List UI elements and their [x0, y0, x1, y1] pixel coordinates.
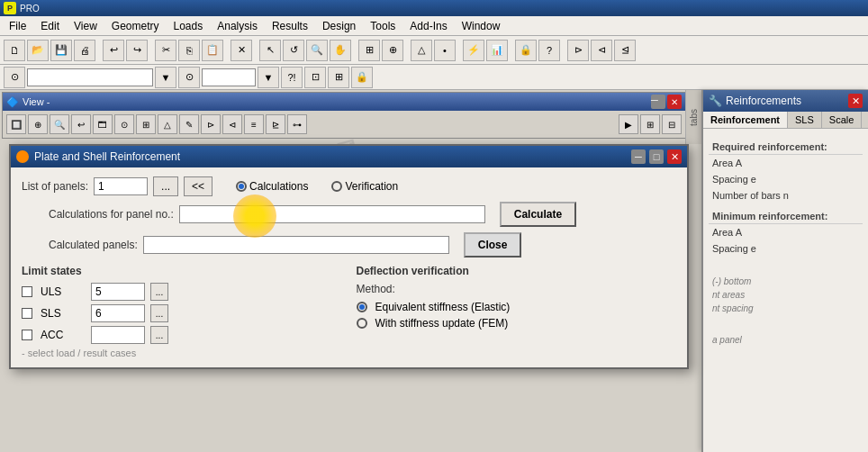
- vc-btn3[interactable]: 🔍: [50, 114, 69, 134]
- menu-window[interactable]: Window: [455, 18, 508, 34]
- menu-geometry[interactable]: Geometry: [104, 18, 167, 34]
- tb-open[interactable]: 📂: [27, 40, 49, 61]
- tb2-icon2[interactable]: ⊙: [178, 67, 200, 88]
- tb-lock[interactable]: 🔒: [515, 40, 537, 61]
- calculate-btn[interactable]: Calculate: [500, 202, 576, 227]
- view-minimize-btn[interactable]: ─: [651, 95, 665, 109]
- uls-input[interactable]: [91, 283, 145, 301]
- vc-btn4[interactable]: ↩: [71, 114, 91, 134]
- vc-btn5[interactable]: 🗔: [93, 114, 113, 134]
- tb-extra1[interactable]: ⊳: [567, 40, 589, 61]
- tb2-icon[interactable]: ⊙: [4, 67, 25, 88]
- acc-dots-btn[interactable]: ...: [150, 326, 168, 344]
- acc-checkbox[interactable]: [22, 330, 32, 340]
- dialog-close-btn[interactable]: ✕: [667, 149, 682, 164]
- vc-btn9[interactable]: ✎: [179, 114, 199, 134]
- menu-analysis[interactable]: Analysis: [210, 18, 265, 34]
- reinf-tab-sls[interactable]: SLS: [788, 112, 822, 128]
- list-panels-input[interactable]: [94, 177, 148, 195]
- sls-input[interactable]: [91, 304, 145, 322]
- tb-cut[interactable]: ✂: [155, 40, 176, 61]
- calculated-panels-input[interactable]: [143, 236, 449, 254]
- tb-extra2[interactable]: ⊲: [591, 40, 612, 61]
- menu-tools[interactable]: Tools: [363, 18, 402, 34]
- vc-btn6[interactable]: ⊙: [114, 114, 134, 134]
- reinf-num-bars[interactable]: Number of bars n: [709, 187, 863, 203]
- sls-dots-btn[interactable]: ...: [150, 304, 168, 322]
- calc-panel-input[interactable]: [179, 205, 485, 223]
- menu-edit[interactable]: Edit: [33, 18, 67, 34]
- vc-scroll[interactable]: ▶: [619, 114, 638, 134]
- vc-btn12[interactable]: ≡: [244, 114, 264, 134]
- menu-file[interactable]: File: [2, 18, 33, 34]
- tb-calc[interactable]: ⚡: [463, 40, 484, 61]
- tb-delete[interactable]: ✕: [231, 40, 252, 61]
- close-btn[interactable]: Close: [464, 232, 522, 258]
- method2-row: With stiffness update (FEM): [357, 317, 677, 330]
- tb-pan[interactable]: ✋: [330, 40, 351, 61]
- limit-note: - select load / result cases: [22, 348, 342, 358]
- vc-btn1[interactable]: 🔲: [6, 114, 26, 134]
- case-combo[interactable]: [202, 68, 256, 86]
- vc-btn7[interactable]: ⊞: [136, 114, 156, 134]
- vc-btn14[interactable]: ⊶: [287, 114, 307, 134]
- reinf-area-a2[interactable]: Area A: [709, 224, 863, 240]
- tb-select[interactable]: ↖: [259, 40, 281, 61]
- tb-zoom[interactable]: 🔍: [306, 40, 328, 61]
- tb2-btn3[interactable]: ⊞: [328, 67, 349, 88]
- reinf-area-a[interactable]: Area A: [709, 155, 863, 171]
- uls-checkbox[interactable]: [22, 286, 32, 297]
- tb2-btn2[interactable]: ⊡: [304, 67, 326, 88]
- menu-addins[interactable]: Add-Ins: [402, 18, 454, 34]
- dialog-minimize-btn[interactable]: ─: [631, 149, 646, 164]
- radio-method1[interactable]: [357, 302, 367, 312]
- sls-checkbox[interactable]: [22, 308, 32, 319]
- list-panels-dots-btn[interactable]: ...: [153, 176, 178, 196]
- uls-dots-btn[interactable]: ...: [150, 283, 168, 301]
- tb-snap[interactable]: ⊕: [382, 40, 403, 61]
- menu-results[interactable]: Results: [265, 18, 315, 34]
- list-panels-prev-btn[interactable]: <<: [184, 176, 212, 196]
- radio-verification[interactable]: Verification: [331, 180, 398, 193]
- tb-mesh[interactable]: △: [411, 40, 432, 61]
- acc-input[interactable]: [91, 326, 145, 344]
- menu-loads[interactable]: Loads: [167, 18, 211, 34]
- tb-save[interactable]: 💾: [50, 40, 72, 61]
- tb-print[interactable]: 🖨: [74, 40, 95, 61]
- tb-rotate[interactable]: ↺: [283, 40, 304, 61]
- tb-grid[interactable]: ⊞: [358, 40, 380, 61]
- tb2-snap-icon[interactable]: 🔒: [351, 67, 373, 88]
- menu-design[interactable]: Design: [315, 18, 363, 34]
- tb2-btn1[interactable]: ?!: [281, 67, 303, 88]
- tb-undo[interactable]: ↩: [103, 40, 124, 61]
- vc-btn8[interactable]: △: [158, 114, 177, 134]
- radio-calculations[interactable]: Calculations: [236, 180, 308, 193]
- tb-copy[interactable]: ⎘: [178, 40, 200, 61]
- vc-btn2[interactable]: ⊕: [28, 114, 48, 134]
- vc-icon1[interactable]: ⊞: [640, 114, 660, 134]
- reinf-close-btn[interactable]: ✕: [848, 94, 863, 108]
- tb-nodes[interactable]: •: [434, 40, 456, 61]
- tb2-dropdown2[interactable]: ▼: [258, 67, 279, 88]
- dialog-maximize-btn[interactable]: □: [649, 149, 664, 164]
- menu-view[interactable]: View: [67, 18, 104, 34]
- reinf-tab-scale[interactable]: Scale: [822, 112, 863, 128]
- tb-redo[interactable]: ↪: [126, 40, 148, 61]
- vc-btn11[interactable]: ⊲: [222, 114, 242, 134]
- reinf-spacing-e2[interactable]: Spacing e: [709, 240, 863, 257]
- tb-help[interactable]: ?: [538, 40, 560, 61]
- tb-results[interactable]: 📊: [486, 40, 508, 61]
- vc-btn13[interactable]: ⊵: [266, 114, 285, 134]
- reinf-spacing-e[interactable]: Spacing e: [709, 171, 863, 187]
- reinf-tab-reinforcement[interactable]: Reinforcement: [703, 112, 788, 128]
- vc-icon2[interactable]: ⊟: [662, 114, 682, 134]
- vc-btn10[interactable]: ⊳: [201, 114, 221, 134]
- radio-method2[interactable]: [357, 318, 367, 329]
- structure-combo[interactable]: [27, 68, 153, 86]
- side-tabs-strip[interactable]: tabs: [685, 90, 701, 144]
- tb-new[interactable]: 🗋: [4, 40, 25, 61]
- view-close-btn[interactable]: ✕: [667, 95, 682, 109]
- tb-paste[interactable]: 📋: [202, 40, 223, 61]
- tb2-dropdown[interactable]: ▼: [155, 67, 176, 88]
- tb-extra3[interactable]: ⊴: [614, 40, 636, 61]
